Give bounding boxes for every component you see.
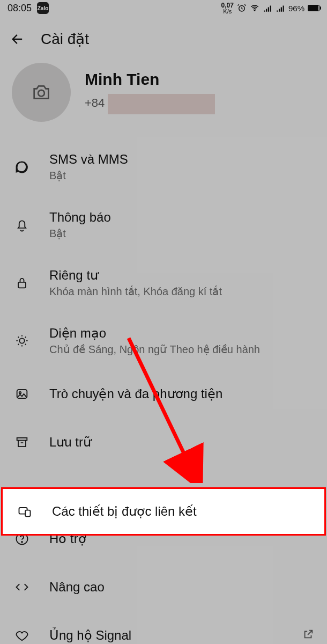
profile-phone-prefix: +84 — [85, 96, 105, 110]
svg-rect-7 — [17, 438, 27, 441]
profile-name: Minh Tien — [85, 70, 215, 89]
signal-icon — [263, 3, 272, 13]
item-sub: Bật — [49, 169, 314, 182]
item-chat-media[interactable]: Trò chuyện và đa phương tiện — [0, 370, 327, 418]
heart-icon — [14, 628, 29, 643]
redacted-phone — [108, 94, 215, 114]
item-title: Lưu trữ — [49, 435, 314, 450]
lock-icon — [14, 275, 29, 290]
battery-pct: 96% — [288, 4, 304, 13]
svg-rect-11 — [25, 510, 30, 517]
status-time: 08:05 — [8, 3, 32, 14]
item-advanced[interactable]: Nâng cao — [0, 563, 327, 611]
sun-icon — [14, 333, 29, 348]
back-button[interactable] — [10, 31, 26, 47]
item-title: Trò chuyện và đa phương tiện — [49, 386, 314, 401]
item-appearance[interactable]: Diện mạo Chủ đề Sáng, Ngôn ngữ Theo hệ đ… — [0, 312, 327, 370]
wifi-icon — [250, 3, 259, 13]
devices-icon — [17, 504, 32, 519]
signal-icon-2 — [276, 3, 285, 13]
svg-point-4 — [19, 338, 24, 343]
arrow-left-icon — [10, 32, 25, 47]
bell-icon — [14, 217, 29, 232]
item-title: Nâng cao — [49, 580, 314, 595]
item-sub: Bật — [49, 227, 314, 240]
item-donate[interactable]: Ủng hộ Signal — [0, 611, 327, 644]
archive-icon — [14, 435, 29, 450]
battery-icon — [308, 5, 319, 11]
svg-rect-3 — [18, 282, 26, 288]
item-storage[interactable]: Lưu trữ — [0, 418, 327, 466]
external-link-icon — [302, 628, 314, 642]
profile-row[interactable]: Minh Tien +84 — [0, 55, 327, 138]
item-privacy[interactable]: Riêng tư Khóa màn hình tắt, Khóa đăng kí… — [0, 254, 327, 312]
page-title: Cài đặt — [41, 30, 89, 48]
item-sub: Khóa màn hình tắt, Khóa đăng kí tắt — [49, 285, 314, 298]
image-icon — [14, 386, 29, 401]
item-linked-devices[interactable]: Các thiết bị được liên kết — [1, 487, 326, 536]
status-bar: 08:05 Zalo 0,07K/s 96% — [0, 0, 327, 16]
settings-list: SMS và MMS Bật Thông báo Bật Riêng tư Kh… — [0, 138, 327, 644]
svg-point-1 — [254, 10, 255, 11]
item-title: Thông báo — [49, 210, 314, 225]
item-title: Diện mạo — [49, 326, 314, 341]
item-sms-mms[interactable]: SMS và MMS Bật — [0, 138, 327, 196]
item-notifications[interactable]: Thông báo Bật — [0, 196, 327, 254]
svg-point-2 — [38, 90, 44, 97]
item-title: Các thiết bị được liên kết — [52, 504, 311, 519]
item-sub: Chủ đề Sáng, Ngôn ngữ Theo hệ điều hành — [49, 343, 314, 356]
camera-icon — [31, 82, 52, 103]
svg-point-9 — [21, 541, 23, 543]
net-speed: 0,07K/s — [221, 2, 234, 14]
alarm-icon — [237, 3, 247, 13]
chat-bubble-icon — [14, 159, 29, 174]
code-icon — [14, 580, 29, 595]
header: Cài đặt — [0, 16, 327, 55]
item-title: SMS và MMS — [49, 152, 314, 167]
svg-point-6 — [19, 392, 21, 394]
app-badge-icon: Zalo — [37, 2, 49, 14]
item-title: Ủng hộ Signal — [49, 628, 284, 643]
item-title: Riêng tư — [49, 268, 314, 283]
avatar[interactable] — [12, 63, 71, 122]
